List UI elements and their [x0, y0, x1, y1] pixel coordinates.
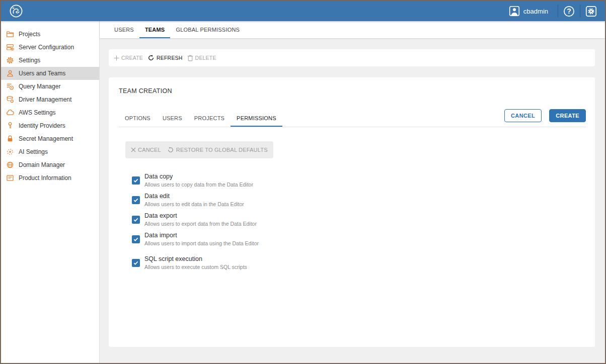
- panel-title: TEAM CREATION: [119, 87, 586, 95]
- sidebar-item-domain-manager[interactable]: Domain Manager: [1, 158, 99, 171]
- help-button[interactable]: ?: [563, 6, 575, 17]
- sidebar-item-projects[interactable]: Projects: [1, 28, 99, 41]
- tab-users[interactable]: USERS: [157, 109, 188, 127]
- permission-checkbox[interactable]: [132, 216, 140, 224]
- permission-row-data-edit: Data edit Allows users to edit data in t…: [125, 192, 586, 208]
- permission-description: Allows users to edit data in the Data Ed…: [144, 201, 244, 208]
- team-creation-tabs-row: OPTIONS USERS PROJECTS PERMISSIONS CANCE…: [119, 109, 586, 127]
- database-icon: [6, 96, 14, 104]
- check-icon: [133, 236, 139, 242]
- permission-row-data-import: Data import Allows users to import data …: [125, 231, 586, 247]
- gear-icon: [6, 56, 14, 64]
- permission-checkbox[interactable]: [132, 259, 140, 267]
- sidebar-item-server-configuration[interactable]: Server Configuration: [1, 41, 99, 54]
- permission-description: Allows users to import data using the Da…: [144, 240, 259, 247]
- permission-label: SQL script execution: [144, 255, 247, 263]
- permission-checkbox[interactable]: [132, 196, 140, 204]
- tab-users[interactable]: USERS: [109, 21, 139, 38]
- sidebar-item-label: Server Configuration: [19, 44, 74, 51]
- tab-label: PROJECTS: [194, 115, 224, 121]
- admin-tabs: USERS TEAMS GLOBAL PERMISSIONS: [100, 21, 605, 38]
- restore-defaults-button[interactable]: RESTORE TO GLOBAL DEFAULTS: [167, 146, 268, 153]
- globe-icon: [6, 161, 14, 169]
- admin-sidebar: Projects Server Configuration Settings: [1, 21, 100, 363]
- tab-teams[interactable]: TEAMS: [139, 21, 171, 38]
- permission-description: Allows users to execute custom SQL scrip…: [144, 263, 247, 270]
- cancel-button[interactable]: CANCEL: [504, 109, 542, 122]
- toolbar-button-label: REFRESH: [157, 55, 183, 61]
- svg-text:?: ?: [567, 7, 571, 15]
- user-icon: [6, 69, 14, 77]
- key-icon: [6, 122, 14, 130]
- cloud-icon: [6, 109, 14, 117]
- help-icon: ?: [563, 6, 575, 17]
- permissions-toolbar: CANCEL RESTORE TO GLOBAL DEFAULTS: [125, 141, 273, 158]
- folder-icon: [6, 30, 14, 38]
- sidebar-item-label: Secret Management: [19, 135, 73, 142]
- sidebar-item-ai-settings[interactable]: AI Settings: [1, 145, 99, 158]
- tab-global-permissions[interactable]: GLOBAL PERMISSIONS: [170, 21, 245, 38]
- username: cbadmin: [523, 8, 548, 15]
- sidebar-item-driver-management[interactable]: Driver Management: [1, 93, 99, 106]
- permission-row-data-export: Data export Allows users to export data …: [125, 212, 586, 227]
- check-icon: [133, 177, 139, 184]
- divider: [558, 5, 558, 18]
- sidebar-item-label: Product Information: [19, 174, 71, 181]
- delete-team-button[interactable]: DELETE: [187, 55, 216, 61]
- app-logo[interactable]: [9, 4, 23, 18]
- tab-label: TEAMS: [145, 27, 165, 33]
- gear-icon: [585, 6, 597, 17]
- trash-icon: [187, 55, 193, 61]
- permission-label: Data edit: [144, 192, 244, 200]
- permission-row-sql-script-execution: SQL script execution Allows users to exe…: [125, 255, 586, 270]
- toolbar-button-label: CANCEL: [138, 147, 161, 153]
- panel-actions: CANCEL CREATE: [504, 109, 586, 127]
- sidebar-item-users-and-teams[interactable]: Users and Teams: [1, 67, 99, 80]
- plus-icon: [114, 55, 119, 61]
- team-creation-panel: TEAM CREATION OPTIONS USERS PROJECTS PER…: [109, 77, 595, 347]
- team-creation-tabs: OPTIONS USERS PROJECTS PERMISSIONS: [119, 109, 282, 127]
- permission-row-data-copy: Data copy Allows users to copy data from…: [125, 172, 586, 188]
- refresh-icon: [147, 54, 155, 61]
- user-avatar[interactable]: [509, 6, 520, 17]
- sidebar-item-secret-management[interactable]: Secret Management: [1, 132, 99, 145]
- sidebar-item-aws-settings[interactable]: AWS Settings: [1, 106, 99, 119]
- tab-projects[interactable]: PROJECTS: [188, 109, 231, 127]
- teams-toolbar: CREATE REFRESH DELETE: [109, 49, 595, 66]
- sidebar-item-label: Driver Management: [19, 96, 71, 103]
- lock-icon: [6, 135, 14, 143]
- sidebar-item-product-information[interactable]: Product Information: [1, 171, 99, 185]
- sidebar-item-label: Settings: [19, 57, 40, 64]
- tab-options[interactable]: OPTIONS: [119, 109, 157, 127]
- permission-description: Allows users to export data from the Dat…: [144, 220, 257, 227]
- sidebar-item-label: AI Settings: [19, 148, 48, 155]
- check-icon: [133, 260, 139, 266]
- restore-icon: [167, 146, 174, 153]
- settings-button[interactable]: [585, 6, 597, 17]
- create-team-button[interactable]: CREATE: [114, 55, 143, 61]
- create-button[interactable]: CREATE: [549, 109, 586, 122]
- query-history-icon: [6, 82, 14, 90]
- permissions-list: Data copy Allows users to copy data from…: [125, 172, 586, 270]
- top-bar: cbadmin ?: [1, 1, 605, 21]
- tab-label: USERS: [114, 27, 134, 33]
- tab-permissions[interactable]: PERMISSIONS: [231, 109, 282, 127]
- permission-checkbox[interactable]: [132, 235, 140, 243]
- sidebar-item-label: Identity Providers: [19, 122, 65, 129]
- admin-main-area: USERS TEAMS GLOBAL PERMISSIONS CREATE RE…: [100, 21, 605, 363]
- close-icon: [131, 147, 136, 152]
- sidebar-item-identity-providers[interactable]: Identity Providers: [1, 119, 99, 132]
- cancel-changes-button[interactable]: CANCEL: [131, 147, 161, 153]
- permission-label: Data export: [144, 212, 257, 220]
- permission-description: Allows users to copy data from the Data …: [144, 181, 253, 188]
- sidebar-item-settings[interactable]: Settings: [1, 54, 99, 67]
- sidebar-item-label: Projects: [19, 31, 40, 38]
- permission-label: Data import: [144, 231, 259, 239]
- permission-checkbox[interactable]: [132, 176, 140, 185]
- refresh-button[interactable]: REFRESH: [147, 54, 183, 61]
- tab-label: OPTIONS: [125, 115, 150, 121]
- sidebar-item-label: AWS Settings: [19, 109, 56, 116]
- check-icon: [133, 217, 139, 223]
- toolbar-button-label: DELETE: [195, 55, 216, 61]
- sidebar-item-query-manager[interactable]: Query Manager: [1, 80, 99, 93]
